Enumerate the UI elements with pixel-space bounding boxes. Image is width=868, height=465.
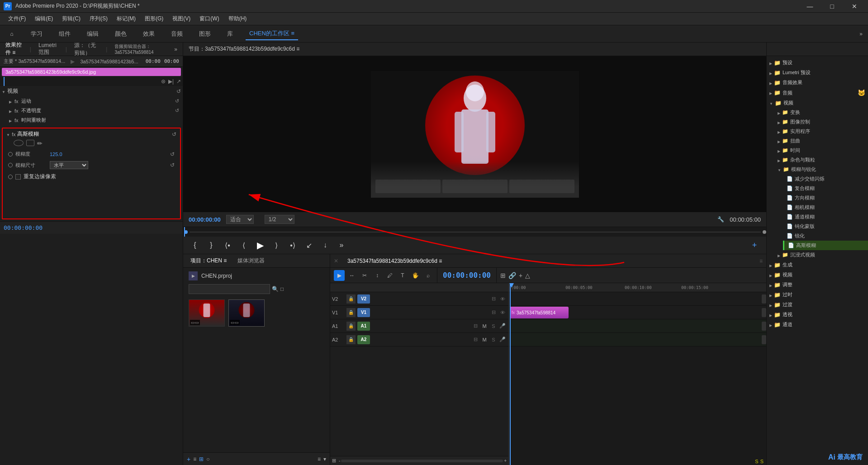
tab-audio-mixer[interactable]: 音频剪辑混合器：3a575347fa598814 — [109, 42, 169, 57]
tab-media-browser[interactable]: 媒体浏览器 — [234, 255, 268, 266]
repeat-keyframe[interactable] — [8, 175, 13, 179]
effects-item-channel-blur[interactable]: 📄 通道模糊 — [783, 212, 868, 222]
go-to-out-button[interactable]: •⟩ — [286, 239, 299, 251]
insert-button[interactable]: ↙ — [303, 239, 315, 251]
zoom-tool[interactable]: ⌕ — [422, 270, 433, 281]
v1-lock-btn[interactable]: 🔒 — [346, 308, 356, 317]
monitor-more-button[interactable]: » — [335, 239, 348, 251]
a1-sync-icon[interactable]: ⊟ — [471, 322, 479, 330]
a2-resize-handle[interactable] — [762, 335, 766, 344]
monitor-quality-select[interactable]: 1/2 全质量 1/4 — [265, 215, 294, 224]
project-filter-icon[interactable]: □ — [280, 286, 284, 292]
project-settings-icon[interactable]: ≡ — [318, 456, 321, 462]
monitor-scrubber[interactable] — [183, 227, 766, 237]
effects-item-utility[interactable]: 📁 实用程序 — [767, 127, 868, 136]
gb-reset-btn[interactable]: ↺ — [172, 131, 176, 138]
a1-record-btn[interactable]: 🎤 — [498, 322, 507, 330]
slip-tool[interactable]: ↕ — [372, 270, 383, 281]
icon-view-icon[interactable]: ⊞ — [199, 456, 204, 462]
mark-out-button[interactable]: } — [205, 239, 218, 251]
ws-effects[interactable]: 效果 — [139, 28, 158, 40]
mini-filter-icon[interactable]: ⊛ — [161, 78, 166, 85]
tab-lumetri[interactable]: Lumetri 范围 — [33, 40, 64, 58]
a1-solo-btn[interactable]: S — [489, 322, 498, 330]
project-search-icon[interactable]: 🔍 — [272, 286, 279, 292]
a1-name-btn[interactable]: A1 — [357, 322, 370, 331]
go-to-in-button[interactable]: ⟨• — [221, 239, 234, 251]
v2-name-btn[interactable]: V2 — [357, 294, 370, 304]
thumbnail-2[interactable]: ▭▭ — [228, 299, 265, 327]
overwrite-button[interactable]: ↓ — [319, 239, 332, 251]
menu-clip[interactable]: 剪辑(C) — [57, 13, 85, 24]
step-fwd-button[interactable]: ⟩ — [270, 239, 283, 251]
blur-size-reset[interactable]: ↺ — [170, 162, 175, 168]
project-search-input[interactable] — [189, 284, 270, 294]
tab-expand[interactable]: » — [169, 44, 183, 54]
freeform-icon[interactable]: ○ — [206, 456, 209, 462]
v1-name-btn[interactable]: V1 — [357, 308, 370, 317]
effects-item-distort[interactable]: 📁 扭曲 — [767, 136, 868, 146]
a2-mute-btn[interactable]: M — [480, 336, 489, 344]
a2-name-btn[interactable]: A2 — [357, 335, 370, 344]
effects-group-audio-transitions-header[interactable]: 📁 音频 🐱 — [767, 88, 868, 98]
v2-sync-icon[interactable]: ⊟ — [489, 295, 498, 303]
effects-item-unsharp[interactable]: 📄 钝化蒙版 — [783, 222, 868, 231]
effects-group-video-header[interactable]: 📁 视频 — [767, 270, 868, 280]
clip-v1[interactable]: fx 3a575347fa598814 — [510, 307, 569, 318]
effects-group-adjust-header[interactable]: 📁 调整 — [767, 280, 868, 289]
effects-item-noise[interactable]: 📁 杂色与颗粒 — [767, 155, 868, 165]
menu-help[interactable]: 帮助(H) — [224, 13, 251, 24]
timeline-close-icon[interactable]: ✕ — [334, 258, 338, 264]
ws-audio[interactable]: 音频 — [167, 28, 186, 40]
ws-learn[interactable]: 学习 — [27, 28, 46, 40]
effects-group-lumetri-header[interactable]: 📁 Lumetri 预设 — [767, 68, 868, 77]
effects-item-immersive[interactable]: 📁 沉浸式视频 — [767, 250, 868, 260]
video-section-header[interactable]: 视频 ↺ — [0, 86, 183, 96]
monitor-fit-select[interactable]: 适合 100% 50% — [226, 215, 254, 224]
v1-eye-icon[interactable]: 👁 — [498, 308, 507, 317]
step-back-button[interactable]: ⟨ — [237, 239, 250, 251]
ws-graphics[interactable]: 图形 — [195, 28, 214, 40]
v1-sync-icon[interactable]: ⊟ — [489, 308, 498, 317]
ws-components[interactable]: 组件 — [55, 28, 74, 40]
mark-in-button[interactable]: { — [189, 239, 201, 251]
v2-lock-btn[interactable]: 🔒 — [346, 294, 356, 304]
a1-lock-btn[interactable]: 🔒 — [346, 322, 356, 331]
a2-lock-btn[interactable]: 🔒 — [346, 335, 356, 344]
ws-edit[interactable]: 编辑 — [83, 28, 102, 40]
gb-rect-icon[interactable] — [26, 140, 34, 146]
effects-item-sharpen[interactable]: 📄 锐化 — [783, 231, 868, 241]
v1-resize-handle[interactable] — [762, 308, 766, 317]
gb-pencil-icon[interactable]: ✏ — [37, 140, 43, 147]
new-item-icon[interactable]: + — [187, 456, 190, 463]
razor-tool[interactable]: ✂ — [359, 270, 370, 281]
mini-forward-icon[interactable]: ▶| — [168, 78, 174, 85]
arrow-tool[interactable]: ▶ — [334, 270, 345, 281]
zoom-slider-track[interactable] — [341, 460, 503, 462]
opacity-reset[interactable]: ↺ — [175, 108, 179, 114]
menu-graphics[interactable]: 图形(G) — [140, 13, 168, 24]
zoom-minus-icon[interactable]: - — [339, 458, 340, 463]
effects-item-time[interactable]: 📁 时间 — [767, 146, 868, 155]
effects-group-audio-effects-header[interactable]: 📁 音频效果 — [767, 78, 868, 87]
repeat-edges-checkbox[interactable] — [15, 174, 21, 180]
effects-item-gaussian-blur[interactable]: 📄 高斯模糊 — [783, 241, 868, 250]
ws-more-button[interactable]: » — [859, 31, 863, 37]
effects-item-camera-blur[interactable]: 📄 相机模糊 — [783, 203, 868, 212]
effects-group-presets-header[interactable]: 📁 预设 — [767, 58, 868, 67]
timeline-tab-icon[interactable]: ≡ — [759, 258, 763, 264]
a2-record-btn[interactable]: 🎤 — [498, 336, 507, 344]
linked-select-icon[interactable]: 🔗 — [508, 272, 516, 279]
ws-color[interactable]: 颜色 — [111, 28, 130, 40]
effects-item-blur-sharpen[interactable]: 📁 模糊与锐化 — [767, 165, 868, 174]
blur-size-dropdown[interactable]: 水平 垂直 水平和垂直 — [50, 161, 88, 169]
ripple-edit-tool[interactable]: ↔ — [346, 270, 357, 281]
a2-sync-icon[interactable]: ⊟ — [471, 336, 479, 344]
menu-window[interactable]: 窗口(W) — [195, 13, 223, 24]
effects-item-directional-blur[interactable]: 📄 方向模糊 — [783, 193, 868, 203]
home-button[interactable]: ⌂ — [5, 28, 18, 40]
minimize-button[interactable]: — — [800, 0, 820, 13]
menu-sequence[interactable]: 序列(S) — [85, 13, 112, 24]
mini-export-icon[interactable]: ↗ — [176, 78, 181, 85]
tab-timeline[interactable]: 3a575347fa59881423b59ddfe9c9c6d ≡ — [344, 256, 446, 266]
